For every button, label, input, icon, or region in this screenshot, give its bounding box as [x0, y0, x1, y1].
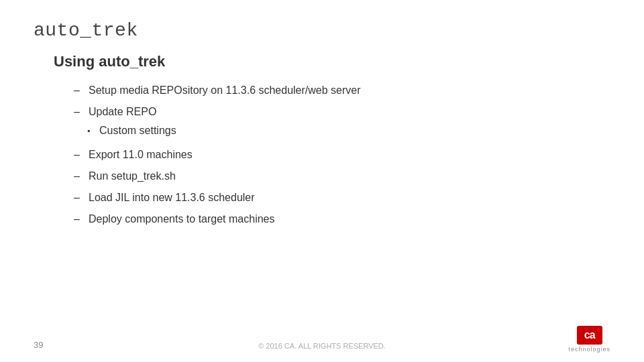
ca-logo-subtext: technologies [568, 346, 610, 353]
dash: – [74, 104, 89, 120]
item-text: Setup media REPOsitory on 11.3.6 schedul… [89, 82, 361, 99]
dash: – [74, 147, 89, 163]
sub-list-item: ▪ Custom settings [87, 123, 176, 139]
ca-logo: ca technologies [568, 326, 610, 353]
footer: © 2016 CA. ALL RIGHTS RESERVED. [0, 342, 644, 350]
item-text: Run setup_trek.sh [89, 168, 176, 184]
list-item: – Run setup_trek.sh [74, 168, 610, 184]
footer-copyright: © 2016 CA. ALL RIGHTS RESERVED. [258, 342, 386, 350]
item-text: Export 11.0 machines [89, 147, 193, 163]
content-list: – Setup media REPOsitory on 11.3.6 sched… [74, 82, 610, 227]
ca-logo-text: ca [584, 329, 595, 341]
dash: – [74, 82, 89, 99]
list-item: – Deploy components to target machines [74, 211, 610, 227]
sub-item-text: Custom settings [99, 123, 176, 139]
item-text: Update REPO [89, 104, 156, 120]
slide: auto_trek Using auto_trek – Setup media … [0, 0, 644, 362]
app-title: auto_trek [34, 20, 610, 41]
dash: – [74, 168, 89, 184]
dash: – [74, 190, 89, 206]
item-text: Load JIL into new 11.3.6 scheduler [89, 190, 255, 206]
dash: – [74, 211, 89, 227]
list-item: – Update REPO ▪ Custom settings [74, 104, 610, 141]
list-item: – Load JIL into new 11.3.6 scheduler [74, 190, 610, 206]
ca-logo-box: ca [577, 326, 602, 345]
bullet-icon: ▪ [87, 123, 99, 137]
sub-list: ▪ Custom settings [87, 123, 176, 139]
list-item: – Setup media REPOsitory on 11.3.6 sched… [74, 82, 610, 99]
item-text: Deploy components to target machines [89, 211, 274, 227]
section-title: Using auto_trek [54, 53, 610, 70]
list-item: – Export 11.0 machines [74, 147, 610, 163]
